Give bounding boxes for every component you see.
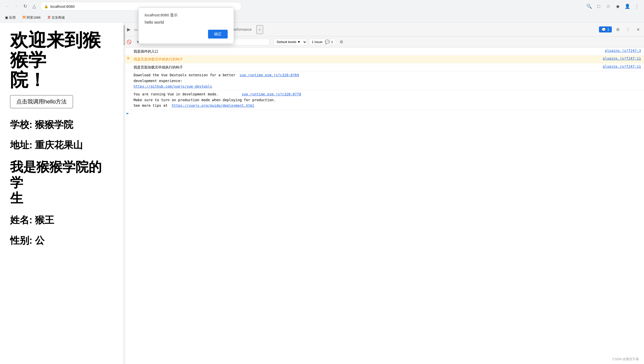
lock-icon: 🔒 [44, 4, 48, 8]
console-row: 我是插件的入口 plugins.js?f247:3 [124, 48, 644, 55]
vue-prod-link[interactable]: vue.runtime.esm.js?c320:8778 [242, 92, 301, 96]
console-settings-btn[interactable]: ⚙ [338, 39, 345, 46]
address-text: localhost:8080 [50, 4, 75, 9]
alert-dialog: localhost:8080 显示 hello world 确定 [138, 8, 234, 44]
more-tabs-button[interactable]: » [256, 25, 263, 34]
close-devtools-button[interactable]: ✕ [634, 25, 642, 33]
console-levels-select[interactable]: Default levels ▼ Verbose Info Warnings E… [273, 39, 307, 45]
row-link[interactable]: plugins.js?f247:3 [605, 49, 641, 53]
chevron-right-icon: ► [127, 111, 129, 116]
student-info: 我是猴猴学院的学 生 [10, 159, 113, 206]
issues-count: 1 [331, 40, 333, 44]
jd-icon: 京 [48, 15, 51, 20]
scrollbar-thumb[interactable] [124, 25, 125, 45]
menu-button[interactable]: ⋮ [633, 2, 641, 10]
apps-label: 应用 [9, 15, 16, 20]
console-row: 我是页面加载完毕就执行的钩子 plugins.js?f247:11 [124, 63, 644, 71]
issues-label: 1 Issue: [312, 40, 323, 44]
console-levels: Default levels ▼ Verbose Info Warnings E… [273, 39, 307, 45]
alibaba-label: 阿里1688 [27, 15, 41, 20]
issues-badge[interactable]: 💬 1 [599, 26, 612, 32]
alibaba-icon: 阿 [23, 15, 26, 20]
student-line2: 生 [10, 191, 23, 205]
gender-info: 性别: 公 [10, 234, 113, 247]
console-prompt[interactable]: ► [124, 110, 644, 117]
issues-icon: 💬 [325, 40, 330, 44]
row-text: Download the Vue Devtools extension for … [134, 72, 641, 89]
row-text: You are running Vue in development mode.… [134, 91, 641, 108]
row-text: 我是页面加载完毕就执行的钩子 [134, 64, 601, 70]
page-content: 欢迎来到猴猴学 院！ 点击我调用hello方法 学校: 猴猴学院 地址: 重庆花… [0, 23, 123, 364]
badge-count: 1 [607, 27, 609, 31]
row-link[interactable]: plugins.js?f247:11 [603, 56, 641, 60]
nav-buttons: ← → ↻ △ [3, 2, 38, 10]
console-row: You are running Vue in development mode.… [124, 90, 644, 110]
extension-button[interactable]: ◆ [614, 2, 622, 10]
page-title: 欢迎来到猴猴学 院！ [10, 30, 113, 90]
more-button[interactable]: ⋮ [624, 25, 632, 33]
vue-devtools-text: Download the Vue Devtools extension for … [134, 73, 237, 77]
watermark: CSDN @重庆字幕 [612, 357, 639, 361]
school-info: 学校: 猴猴学院 [10, 118, 113, 131]
issues-count-badge[interactable]: 1 Issue: 💬 1 [309, 39, 336, 45]
title-line2: 院！ [10, 70, 46, 90]
row-warn-icon: ③ [127, 56, 133, 60]
name-info: 姓名: 猴王 [10, 214, 113, 227]
row-text: 我是插件的入口 [134, 49, 603, 54]
bookmark-apps[interactable]: ▣ 应用 [3, 14, 18, 21]
devtools-scrollbar[interactable] [123, 23, 125, 364]
console-input[interactable] [131, 111, 641, 115]
vue-prod-text3: See more tips at [134, 103, 170, 107]
vue-prod-text2: Make sure to turn on production mode whe… [134, 98, 276, 102]
settings-button[interactable]: ⚙ [614, 25, 622, 33]
vue-devtools-link[interactable]: vue.runtime.esm.js?c320:8769 [239, 73, 299, 77]
home-button[interactable]: △ [30, 2, 38, 10]
bookmarks-bar: ▣ 应用 阿 阿里1688 京 京东商城 [0, 13, 644, 23]
console-row: Download the Vue Devtools extension for … [124, 71, 644, 90]
back-button[interactable]: ← [3, 2, 11, 10]
browser-actions: 🔍 □ ☆ ◆ 👤 ⋮ [585, 2, 641, 10]
cast-button[interactable]: □ [595, 2, 603, 10]
jd-label: 京东商城 [52, 15, 65, 20]
browser-chrome: ← → ↻ △ 🔒 localhost:8080 🔍 □ ☆ ◆ 👤 ⋮ ▣ 应… [0, 0, 644, 23]
inspect-element-btn[interactable]: ▶ [126, 25, 132, 34]
devtools-right-actions: 💬 1 ⚙ ⋮ ✕ [599, 25, 642, 33]
student-line1: 我是猴猴学院的学 [10, 160, 102, 190]
zoom-button[interactable]: 🔍 [585, 2, 593, 10]
account-button[interactable]: 👤 [623, 2, 631, 10]
alert-message: hello world [145, 20, 228, 25]
vue-devtools-text2: development experience: [134, 79, 182, 83]
alert-buttons: 确定 [145, 30, 228, 39]
apps-icon: ▣ [5, 16, 8, 19]
bookmark-alibaba[interactable]: 阿 阿里1688 [21, 14, 43, 21]
devtools-panel: ▶ ▭ Elements Console Sources Network Per… [123, 23, 644, 364]
row-link[interactable]: plugins.js?f247:11 [603, 64, 641, 68]
vue-prod-text1: You are running Vue in development mode. [134, 92, 239, 96]
hello-button[interactable]: 点击我调用hello方法 [10, 95, 73, 108]
reload-button[interactable]: ↻ [21, 2, 29, 10]
alert-confirm-button[interactable]: 确定 [208, 30, 228, 39]
row-text: 我是页面加载完毕就执行的钩子 [134, 56, 601, 62]
console-row: ③ 我是页面加载完毕就执行的钩子 plugins.js?f247:11 [124, 55, 644, 63]
browser-toolbar: ← → ↻ △ 🔒 localhost:8080 🔍 □ ☆ ◆ 👤 ⋮ [0, 0, 644, 13]
address-info: 地址: 重庆花果山 [10, 139, 113, 152]
title-line1: 欢迎来到猴猴学 [10, 30, 101, 70]
chat-icon: 💬 [601, 27, 606, 31]
console-output: 我是插件的入口 plugins.js?f247:3 ③ 我是页面加载完毕就执行的… [124, 48, 644, 364]
bookmark-button[interactable]: ☆ [604, 2, 612, 10]
vue-deploy-link[interactable]: https://vuejs.org/guide/deployment.html [172, 103, 255, 107]
bookmark-jd[interactable]: 京 京东商城 [46, 14, 67, 21]
forward-button[interactable]: → [12, 2, 20, 10]
vue-devtools-github-link[interactable]: https://github.com/vuejs/vue-devtools [134, 84, 212, 88]
alert-title: localhost:8080 显示 [145, 13, 228, 18]
clear-console-btn[interactable]: 🚫 [126, 39, 133, 46]
